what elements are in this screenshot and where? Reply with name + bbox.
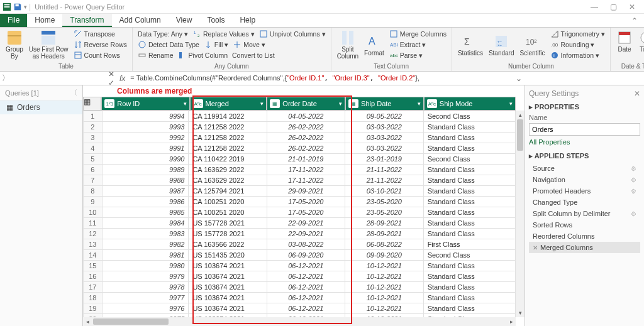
close-pane-icon[interactable]: ✕ bbox=[634, 89, 640, 98]
gear-icon[interactable]: ⚙ bbox=[631, 188, 636, 195]
table-row[interactable]: 19994CA 119914 202204-05-202209-05-2022S… bbox=[84, 111, 516, 122]
col-header-shipdate[interactable]: ▦Ship Date▾ bbox=[345, 97, 424, 111]
table-row[interactable]: 69989CA 163629 202217-11-202221-11-2022S… bbox=[84, 165, 516, 175]
table-row[interactable]: 89987CA 125794 202129-09-202103-10-2021S… bbox=[84, 186, 516, 197]
move-button[interactable]: Move ▾ bbox=[231, 40, 267, 50]
table-row[interactable]: 159980US 103674 202106-12-202110-12-2021… bbox=[84, 261, 516, 271]
hscroll-thumb[interactable] bbox=[93, 318, 169, 325]
table-row[interactable]: 29993CA 121258 202226-02-202203-03-2022S… bbox=[84, 122, 516, 133]
ribbon-collapse-icon[interactable]: ⌃ bbox=[625, 14, 644, 27]
rename-button[interactable]: Rename bbox=[136, 50, 175, 60]
ribbon: Group By Use First Row as Headers Transp… bbox=[0, 28, 644, 72]
applied-step[interactable]: Split Column by Delimiter⚙ bbox=[529, 208, 640, 219]
query-name-input[interactable] bbox=[529, 123, 640, 136]
time-button[interactable]: Time bbox=[636, 29, 644, 53]
table-row[interactable]: 169979US 103674 202106-12-202110-12-2021… bbox=[84, 271, 516, 282]
data-table[interactable]: 19994CA 119914 202204-05-202209-05-2022S… bbox=[83, 111, 516, 317]
col-header-merged[interactable]: AᴮcMerged▾ bbox=[190, 97, 267, 111]
vertical-scrollbar[interactable]: ▴ ▾ bbox=[516, 111, 525, 317]
count-rows-button[interactable]: Count Rows bbox=[72, 50, 128, 60]
collapse-icon[interactable]: 〈 bbox=[70, 88, 77, 97]
transpose-button[interactable]: Transpose bbox=[72, 29, 128, 39]
convert-to-list-button[interactable]: Convert to List bbox=[231, 51, 276, 60]
extract-button[interactable]: ABCExtract ▾ bbox=[388, 40, 448, 50]
trigonometry-button[interactable]: Trigonometry ▾ bbox=[549, 29, 606, 39]
groupby-button[interactable]: Group By bbox=[4, 29, 25, 60]
applied-step[interactable]: Navigation⚙ bbox=[529, 174, 640, 185]
applied-step[interactable]: Reordered Columns bbox=[529, 231, 640, 242]
standard-button[interactable]: +−×÷Standard bbox=[487, 33, 516, 57]
table-row[interactable]: 179978US 103674 202106-12-202110-12-2021… bbox=[84, 282, 516, 293]
fill-button[interactable]: Fill ▾ bbox=[203, 40, 230, 50]
tab-add-column[interactable]: Add Column bbox=[112, 14, 169, 27]
gear-icon[interactable]: ⚙ bbox=[631, 210, 636, 217]
minimize-button[interactable]: — bbox=[585, 3, 604, 11]
col-header-shipmode[interactable]: AᴮcShip Mode▾ bbox=[424, 97, 516, 111]
tab-transform[interactable]: Transform bbox=[62, 14, 111, 27]
applied-step[interactable]: Promoted Headers⚙ bbox=[529, 185, 640, 197]
svg-text:i: i bbox=[553, 53, 555, 58]
table-row[interactable]: 129983US 157728 202122-09-202128-09-2021… bbox=[84, 229, 516, 239]
annotation-text: Columns are merged bbox=[117, 87, 192, 95]
table-row[interactable]: 119984US 157728 202122-09-202128-09-2021… bbox=[84, 218, 516, 229]
table-row[interactable]: 49991CA 121258 202226-02-202203-03-2022S… bbox=[84, 143, 516, 154]
table-row[interactable]: 149981US 151435 202006-09-202009-09-2020… bbox=[84, 250, 516, 261]
applied-step[interactable]: Sorted Rows bbox=[529, 219, 640, 231]
scroll-down-icon[interactable]: ▾ bbox=[516, 308, 525, 317]
table-row[interactable]: 139982CA 163566 202203-08-202206-08-2022… bbox=[84, 239, 516, 250]
query-item-orders[interactable]: ▦Orders bbox=[0, 101, 82, 114]
merge-columns-button[interactable]: Merge Columns bbox=[388, 29, 448, 39]
tab-view[interactable]: View bbox=[169, 14, 200, 27]
applied-step[interactable]: Source⚙ bbox=[529, 163, 640, 174]
formula-expand-icon[interactable]: ⌄ bbox=[513, 74, 525, 83]
table-row[interactable]: 199976US 103674 202106-12-202110-12-2021… bbox=[84, 303, 516, 314]
table-row[interactable]: 79988CA 163629 202217-11-202221-11-2022S… bbox=[84, 175, 516, 186]
formula-tools-icon[interactable]: ✕ ✓ bbox=[106, 70, 117, 87]
statistics-button[interactable]: ΣStatistics bbox=[456, 33, 485, 57]
replace-values-button[interactable]: 12Replace Values ▾ bbox=[191, 29, 256, 39]
table-row[interactable]: 189977US 103674 202106-12-202110-12-2021… bbox=[84, 293, 516, 303]
date-button[interactable]: Date bbox=[614, 29, 635, 53]
col-header-rowid[interactable]: 1²3Row ID▾ bbox=[101, 97, 189, 111]
maximize-button[interactable]: ▢ bbox=[604, 3, 623, 11]
svg-rect-8 bbox=[75, 52, 81, 58]
tab-file[interactable]: File bbox=[0, 14, 27, 27]
gear-icon[interactable]: ⚙ bbox=[631, 177, 636, 183]
tab-home[interactable]: Home bbox=[27, 14, 62, 27]
save-icon[interactable] bbox=[13, 3, 22, 11]
close-button[interactable]: ✕ bbox=[623, 3, 641, 11]
scroll-right-icon[interactable]: ▸ bbox=[507, 318, 516, 325]
table-row[interactable]: 99986CA 100251 202017-05-202023-05-2020S… bbox=[84, 197, 516, 207]
svg-point-13 bbox=[139, 41, 145, 48]
unpivot-button[interactable]: Unpivot Columns ▾ bbox=[258, 29, 327, 39]
reverse-rows-button[interactable]: Reverse Rows bbox=[72, 40, 128, 50]
all-properties-link[interactable]: All Properties bbox=[529, 138, 640, 146]
gear-icon[interactable]: ⚙ bbox=[631, 165, 636, 172]
tab-help[interactable]: Help bbox=[232, 14, 263, 27]
scientific-button[interactable]: 10²Scientific bbox=[518, 33, 547, 57]
formula-input[interactable]: = Table.CombineColumns(#"Reordered Colum… bbox=[128, 74, 513, 82]
col-header-orderdate[interactable]: ▦Order Date▾ bbox=[267, 97, 345, 111]
applied-step[interactable]: ✕Merged Columns bbox=[529, 242, 640, 253]
table-row[interactable]: 59990CA 110422 201921-01-201923-01-2019S… bbox=[84, 154, 516, 165]
split-column-button[interactable]: Split Column bbox=[335, 29, 360, 60]
table-row[interactable]: 39992CA 121258 202226-02-202203-03-2022S… bbox=[84, 133, 516, 143]
data-type-button[interactable]: Data Type: Any ▾ bbox=[136, 30, 189, 38]
format-button[interactable]: AFormat bbox=[362, 33, 386, 57]
table-row[interactable]: 109985CA 100251 202017-05-202023-05-2020… bbox=[84, 207, 516, 218]
rounding-button[interactable]: .00Rounding ▾ bbox=[549, 40, 606, 50]
scroll-up-icon[interactable]: ▴ bbox=[516, 111, 525, 119]
scroll-thumb[interactable] bbox=[517, 119, 523, 151]
information-button[interactable]: iInformation ▾ bbox=[549, 50, 606, 60]
horizontal-scrollbar[interactable]: ◂ ▸ bbox=[83, 317, 516, 326]
detect-data-type-button[interactable]: Detect Data Type bbox=[136, 40, 201, 50]
fx-icon[interactable]: fx bbox=[117, 74, 128, 83]
pivot-column-button[interactable]: Pivot Column bbox=[177, 50, 229, 60]
rownum-header[interactable]: ▦ bbox=[83, 97, 101, 111]
queries-pane-toggle-icon[interactable]: 〉 bbox=[0, 73, 11, 84]
parse-button[interactable]: abcParse ▾ bbox=[388, 50, 448, 60]
applied-step[interactable]: Changed Type bbox=[529, 197, 640, 208]
first-row-headers-button[interactable]: Use First Row as Headers bbox=[27, 29, 70, 60]
tab-tools[interactable]: Tools bbox=[199, 14, 232, 27]
scroll-left-icon[interactable]: ◂ bbox=[83, 318, 92, 325]
